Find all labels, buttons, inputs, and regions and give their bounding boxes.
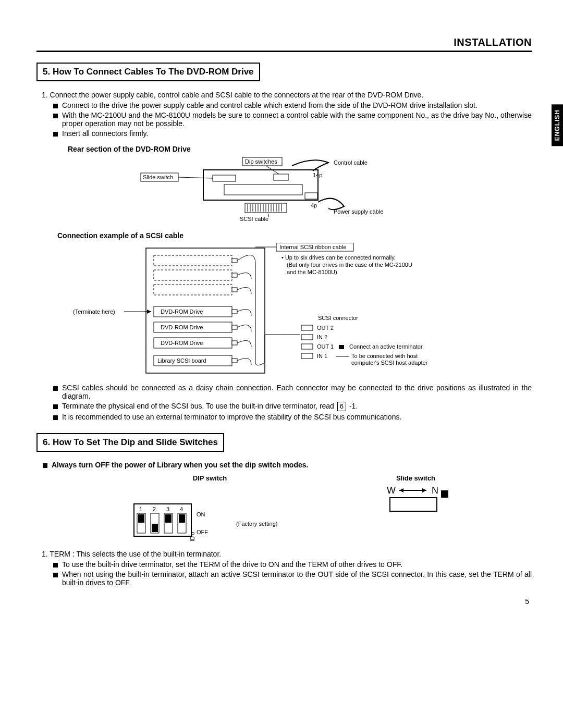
svg-text:DVD-ROM Drive: DVD-ROM Drive xyxy=(161,324,203,330)
svg-rect-34 xyxy=(154,270,232,280)
svg-rect-1 xyxy=(213,175,236,181)
bullet-icon xyxy=(43,463,47,468)
bullet-text: SCSI cables should be connected as a dai… xyxy=(62,384,532,400)
svg-text:DVD-ROM Drive: DVD-ROM Drive xyxy=(161,340,203,346)
svg-rect-35 xyxy=(154,285,232,295)
svg-marker-59 xyxy=(147,310,151,314)
svg-text:OFF: OFF xyxy=(197,529,208,535)
bullet-text: When not using the built-in terminator, … xyxy=(62,570,532,587)
svg-text:IN    2: IN 2 xyxy=(317,334,327,340)
svg-rect-0 xyxy=(203,170,318,200)
bullet-icon xyxy=(53,104,58,108)
svg-rect-47 xyxy=(232,310,237,314)
svg-rect-61 xyxy=(301,325,313,330)
svg-text:computer's SCSI host adapter: computer's SCSI host adapter xyxy=(351,360,428,366)
svg-rect-89 xyxy=(165,514,172,523)
language-tab: ENGLISH xyxy=(552,104,563,146)
svg-rect-63 xyxy=(301,344,313,349)
svg-text:ON: ON xyxy=(197,511,205,517)
bullet-text: To use the built-in drive terminator, se… xyxy=(62,560,402,569)
dip-switch-diagram: DIP switch TERM ID 2 ID 1 ID 0 1 2 3 4 O xyxy=(132,474,288,545)
svg-text:OUT 2: OUT 2 xyxy=(317,325,334,331)
bullet-text: With the MC-2100U and the MC-8100U model… xyxy=(62,111,532,128)
svg-text:To be connected with host: To be connected with host xyxy=(351,353,418,359)
svg-text:DVD-ROM Drive: DVD-ROM Drive xyxy=(161,309,203,315)
svg-text:14p: 14p xyxy=(313,172,322,178)
section-5-title: 5. How To Connect Cables To The DVD-ROM … xyxy=(36,63,260,81)
rear-section-diagram: Dip switches Slide switch Control cable … xyxy=(68,156,500,224)
bullet-icon xyxy=(53,563,58,567)
bullet-text: Connect to the drive the power supply ca… xyxy=(62,101,478,109)
svg-text:N: N xyxy=(432,485,438,496)
svg-text:SCSI connector: SCSI connector xyxy=(318,315,358,321)
svg-rect-88 xyxy=(152,524,158,532)
svg-text:Connect an active terminator.: Connect an active terminator. xyxy=(349,343,424,350)
svg-text:IN    1: IN 1 xyxy=(317,353,327,359)
svg-text:SCSI cable: SCSI cable xyxy=(240,216,268,222)
svg-rect-2 xyxy=(274,174,288,180)
section-header: INSTALLATION xyxy=(36,36,532,52)
term-step-1: 1. TERM : This selects the use of the bu… xyxy=(42,550,532,558)
svg-rect-45 xyxy=(232,273,237,277)
svg-line-25 xyxy=(178,177,213,178)
svg-rect-90 xyxy=(179,514,185,523)
svg-rect-64 xyxy=(301,353,313,359)
svg-rect-33 xyxy=(154,255,232,266)
svg-text:OUT 1: OUT 1 xyxy=(317,343,334,350)
svg-text:3: 3 xyxy=(166,506,169,512)
bullet-icon xyxy=(53,114,58,118)
svg-rect-48 xyxy=(232,325,237,329)
ref-box-icon: 6 xyxy=(337,402,346,411)
warning-text: Always turn OFF the power of Library whe… xyxy=(52,461,308,469)
bullet-icon xyxy=(53,404,58,409)
diagram-2-title: Connection example of a SCSI cable xyxy=(57,231,532,240)
svg-text:2: 2 xyxy=(153,506,156,512)
svg-rect-3 xyxy=(224,184,302,195)
svg-text:(Terminate here): (Terminate here) xyxy=(73,309,115,315)
svg-text:4: 4 xyxy=(180,506,183,512)
svg-text:Dip switches: Dip switches xyxy=(245,158,277,165)
svg-rect-49 xyxy=(232,341,237,345)
svg-rect-100 xyxy=(441,490,448,498)
step-1: 1. Connect the power supply cable, contr… xyxy=(42,91,532,99)
bullet-icon xyxy=(53,415,58,420)
svg-rect-99 xyxy=(390,498,437,511)
svg-text:4p: 4p xyxy=(311,202,317,208)
svg-rect-46 xyxy=(232,288,237,292)
svg-rect-19 xyxy=(305,193,317,199)
svg-marker-97 xyxy=(399,488,403,492)
bullet-icon xyxy=(53,573,58,577)
svg-text:W: W xyxy=(387,485,396,496)
svg-text:(Factory setting): (Factory setting) xyxy=(236,521,277,527)
diagram-1-title: Rear section of the DVD-ROM Drive xyxy=(68,145,532,153)
svg-rect-50 xyxy=(232,359,237,363)
svg-text:• Up to six drives can be conn: • Up to six drives can be connected norm… xyxy=(282,254,396,261)
svg-text:1: 1 xyxy=(139,506,142,512)
bullet-text: Terminate the physical end of the SCSI b… xyxy=(62,402,358,411)
slide-switch-diagram: Slide switch W N xyxy=(374,474,458,524)
svg-text:and the MC-8100U): and the MC-8100U) xyxy=(287,269,337,275)
svg-text:Power supply cable: Power supply cable xyxy=(334,208,383,215)
section-6-title: 6. How To Set The Dip and Slide Switches xyxy=(36,433,224,452)
svg-text:Control cable: Control cable xyxy=(334,159,368,166)
svg-text:Library SCSI board: Library SCSI board xyxy=(157,357,206,364)
svg-rect-44 xyxy=(232,258,237,263)
bullet-icon xyxy=(53,132,58,137)
bullet-text: Insert all connectors firmly. xyxy=(62,129,148,138)
scsi-connection-diagram: DVD-ROM Drive DVD-ROM Drive DVD-ROM Driv… xyxy=(57,243,500,378)
svg-text:(But only four drives in the c: (But only four drives in the case of the… xyxy=(287,262,412,268)
page-number: 5 xyxy=(36,597,532,606)
svg-marker-98 xyxy=(422,488,426,492)
svg-text:Internal SCSI ribbon cable: Internal SCSI ribbon cable xyxy=(279,244,346,250)
bullet-icon xyxy=(53,386,58,391)
svg-rect-62 xyxy=(301,335,313,340)
svg-rect-87 xyxy=(138,514,144,523)
svg-text:Slide switch: Slide switch xyxy=(143,174,173,180)
svg-rect-69 xyxy=(339,345,344,349)
bullet-text: It is recommended to use an external ter… xyxy=(62,413,401,421)
